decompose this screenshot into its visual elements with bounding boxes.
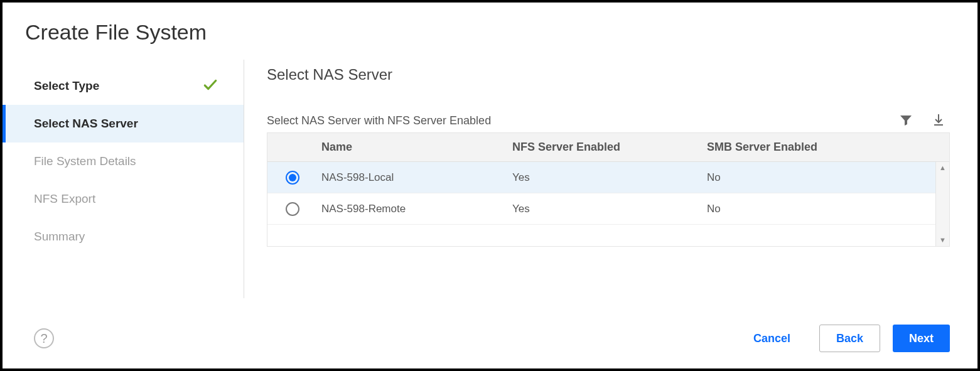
column-header-name[interactable]: Name (318, 141, 512, 154)
wizard-step-label: File System Details (34, 154, 136, 168)
radio-icon (286, 202, 299, 216)
cell-name: NAS-598-Local (318, 171, 512, 184)
dialog-body: Select Type Select NAS Server File Syste… (3, 60, 977, 298)
row-radio[interactable] (267, 171, 318, 185)
wizard-step-summary[interactable]: Summary (3, 218, 244, 255)
wizard-step-label: Summary (34, 230, 85, 244)
wizard-steps-nav: Select Type Select NAS Server File Syste… (3, 60, 244, 298)
wizard-step-select-nas-server[interactable]: Select NAS Server (3, 105, 244, 142)
wizard-step-label: NFS Export (34, 192, 95, 206)
footer-buttons: Cancel Back Next (737, 325, 950, 352)
wizard-step-file-system-details[interactable]: File System Details (3, 142, 244, 180)
cell-smb: No (707, 203, 949, 215)
wizard-step-select-type[interactable]: Select Type (3, 67, 244, 105)
page-title: Create File System (3, 20, 977, 60)
cell-name: NAS-598-Remote (318, 203, 512, 215)
table-header-row: Name NFS Server Enabled SMB Server Enabl… (267, 133, 949, 162)
check-icon (202, 77, 218, 96)
column-header-nfs-enabled[interactable]: NFS Server Enabled (512, 141, 707, 154)
next-button[interactable]: Next (893, 325, 950, 352)
cell-nfs: Yes (512, 171, 707, 184)
panel-title: Select NAS Server (267, 66, 950, 83)
help-icon[interactable]: ? (34, 328, 54, 348)
nas-server-table: Name NFS Server Enabled SMB Server Enabl… (267, 132, 950, 247)
cancel-button[interactable]: Cancel (737, 325, 807, 352)
filter-icon[interactable] (898, 112, 913, 127)
cell-smb: No (707, 171, 949, 184)
wizard-step-label: Select NAS Server (34, 117, 138, 131)
cell-nfs: Yes (512, 203, 707, 215)
table-toolbar-actions (898, 112, 950, 127)
scroll-down-icon[interactable]: ▼ (939, 237, 946, 244)
table-row[interactable]: NAS-598-Local Yes No (267, 162, 949, 193)
wizard-step-label: Select Type (34, 79, 99, 93)
download-icon[interactable] (931, 112, 946, 127)
table-vertical-scrollbar[interactable]: ▲ ▼ (935, 162, 949, 246)
row-radio[interactable] (267, 202, 318, 216)
dialog-footer: ? Cancel Back Next (3, 325, 977, 352)
back-button[interactable]: Back (819, 325, 880, 352)
table-toolbar: Select NAS Server with NFS Server Enable… (267, 112, 950, 127)
column-header-smb-enabled[interactable]: SMB Server Enabled (707, 141, 949, 154)
create-file-system-dialog: Create File System Select Type Select NA… (0, 0, 980, 371)
select-nas-server-panel: Select NAS Server Select NAS Server with… (244, 60, 977, 298)
wizard-step-nfs-export[interactable]: NFS Export (3, 180, 244, 218)
table-caption: Select NAS Server with NFS Server Enable… (267, 114, 491, 127)
table-row[interactable]: NAS-598-Remote Yes No (267, 193, 949, 225)
table-body: NAS-598-Local Yes No NAS-598-Remote Yes … (267, 162, 949, 246)
radio-icon (286, 171, 299, 185)
scroll-up-icon[interactable]: ▲ (939, 164, 946, 171)
